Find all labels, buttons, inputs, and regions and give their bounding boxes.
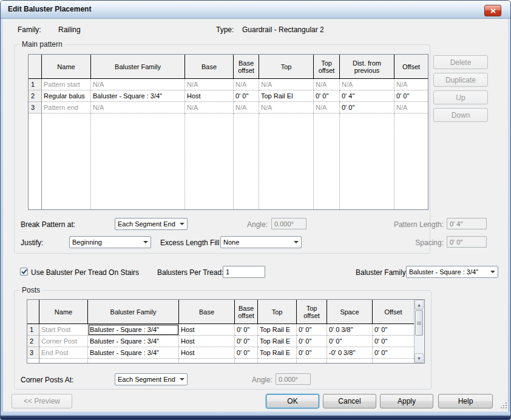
- table-cell[interactable]: Corner Post: [39, 336, 88, 347]
- balusters-per-tread-input[interactable]: [223, 266, 265, 278]
- table-cell[interactable]: 0' 0": [373, 336, 414, 347]
- apply-button[interactable]: Apply: [380, 394, 433, 408]
- scroll-up-button[interactable]: ▲: [415, 300, 424, 310]
- corner-angle-label: Angle:: [242, 376, 272, 384]
- empty-cell: [39, 359, 88, 363]
- table-cell[interactable]: Top Rail E: [258, 324, 297, 336]
- table-cell[interactable]: 0' 0": [394, 90, 428, 102]
- down-button: Down: [433, 108, 488, 122]
- table-cell[interactable]: N/A: [394, 102, 428, 113]
- table-cell[interactable]: 0' 0": [327, 336, 373, 347]
- table-cell[interactable]: Top Rail E: [258, 336, 297, 347]
- table-cell[interactable]: 0' 0": [297, 347, 327, 359]
- table-cell[interactable]: Top Rail El: [259, 90, 314, 102]
- table-cell[interactable]: Start Post: [39, 324, 88, 336]
- baluster-family-select[interactable]: Baluster - Square : 3/4": [406, 266, 498, 278]
- empty-cell: [314, 113, 340, 209]
- table-cell[interactable]: N/A: [234, 79, 259, 90]
- table-cell[interactable]: N/A: [91, 79, 185, 90]
- table-cell[interactable]: N/A: [314, 79, 340, 90]
- corner-posts-at-select[interactable]: Each Segment End: [115, 373, 188, 385]
- table-cell[interactable]: -0' 0 3/8": [327, 347, 373, 359]
- table-cell[interactable]: N/A: [185, 79, 234, 90]
- break-pattern-selected-value: Each Segment End: [118, 220, 177, 228]
- column-header: Top offset: [297, 300, 327, 324]
- table-cell[interactable]: N/A: [234, 102, 259, 113]
- scrollbar-thumb[interactable]: [415, 310, 423, 336]
- table-cell[interactable]: Host: [179, 336, 235, 347]
- cancel-button[interactable]: Cancel: [323, 394, 376, 408]
- posts-table-vertical-scrollbar[interactable]: ▲ ▼: [414, 300, 424, 363]
- main-pattern-table: NameBaluster FamilyBaseBase offsetTopTop…: [28, 54, 428, 210]
- table-cell[interactable]: N/A: [340, 79, 394, 90]
- table-cell[interactable]: 0' 0": [235, 324, 258, 336]
- table-cell[interactable]: Host: [179, 324, 235, 336]
- justify-select[interactable]: Beginning: [69, 236, 151, 248]
- table-cell[interactable]: 0' 4": [340, 90, 394, 102]
- row-number-cell[interactable]: 1: [27, 324, 39, 336]
- chevron-down-icon: [490, 271, 495, 273]
- table-cell[interactable]: 0' 0": [340, 102, 394, 113]
- table-cell[interactable]: N/A: [394, 79, 428, 90]
- row-number-cell[interactable]: 3: [27, 347, 39, 359]
- scroll-down-button[interactable]: ▼: [415, 353, 424, 363]
- scrollbar-track[interactable]: [415, 310, 424, 353]
- row-number-cell[interactable]: 2: [27, 336, 39, 347]
- help-button[interactable]: Help: [438, 394, 493, 408]
- resize-grip[interactable]: [501, 404, 507, 410]
- delete-button: Delete: [433, 55, 488, 69]
- justify-selected-value: Beginning: [72, 239, 141, 246]
- table-cell[interactable]: Baluster - Square : 3/4": [88, 336, 179, 347]
- table-cell[interactable]: N/A: [91, 102, 185, 113]
- table-cell[interactable]: 0' 0": [373, 347, 414, 359]
- row-number-cell[interactable]: 2: [29, 90, 42, 102]
- table-row: 3End PostBaluster - Square : 3/4"Host0' …: [27, 347, 414, 359]
- table-cell[interactable]: N/A: [259, 79, 314, 90]
- title-bar[interactable]: Edit Baluster Placement: [1, 1, 510, 19]
- table-cell[interactable]: Pattern start: [42, 79, 91, 90]
- baluster-family-selected-value: Baluster - Square : 3/4": [409, 268, 488, 276]
- table-cell[interactable]: 0' 0": [297, 336, 327, 347]
- table-cell[interactable]: Baluster - Square : 3/4": [88, 324, 179, 336]
- table-row: 2Corner PostBaluster - Square : 3/4"Host…: [27, 336, 414, 347]
- table-cell[interactable]: Baluster - Square : 3/4": [91, 90, 185, 102]
- table-cell[interactable]: Top Rail E: [258, 347, 297, 359]
- table-cell[interactable]: 0' 0": [297, 324, 327, 336]
- row-number-cell[interactable]: 1: [29, 79, 42, 90]
- table-cell[interactable]: N/A: [259, 102, 314, 113]
- posts-table: NameBaluster FamilyBaseBase offsetTopTop…: [27, 299, 425, 364]
- column-header: Base offset: [235, 300, 258, 324]
- close-icon: [490, 8, 496, 13]
- table-cell[interactable]: 0' 0": [234, 90, 259, 102]
- ok-button[interactable]: OK: [266, 394, 319, 408]
- table-cell[interactable]: N/A: [314, 102, 340, 113]
- chevron-down-icon: [143, 241, 148, 243]
- use-baluster-per-tread-checkbox[interactable]: [20, 268, 28, 276]
- table-row: 2Regular balusBaluster - Square : 3/4"Ho…: [29, 90, 428, 102]
- table-cell[interactable]: N/A: [185, 102, 234, 113]
- up-button: Up: [433, 90, 488, 104]
- table-cell[interactable]: 0' 0": [235, 336, 258, 347]
- empty-cell: [234, 113, 259, 209]
- table-cell[interactable]: 0' 0": [373, 324, 414, 336]
- table-cell[interactable]: 0' 0": [235, 347, 258, 359]
- row-number-cell[interactable]: 3: [29, 102, 42, 113]
- window-bottom-border: [1, 412, 510, 419]
- break-pattern-select[interactable]: Each Segment End: [115, 218, 188, 230]
- table-cell[interactable]: End Post: [39, 347, 88, 359]
- table-cell[interactable]: Host: [185, 90, 234, 102]
- table-cell[interactable]: 0' 0": [314, 90, 340, 102]
- close-button[interactable]: [484, 5, 501, 16]
- excess-length-fill-select[interactable]: None: [220, 236, 302, 248]
- table-row: 3Pattern endN/AN/AN/AN/AN/A0' 0"N/A: [29, 102, 428, 113]
- arrow-down-icon: ▼: [417, 356, 421, 361]
- table-cell[interactable]: 0' 0 3/8": [327, 324, 373, 336]
- table-cell[interactable]: Baluster - Square : 3/4": [88, 347, 179, 359]
- table-cell[interactable]: Pattern end: [42, 102, 91, 113]
- use-baluster-per-tread-label: Use Baluster Per Tread On Stairs: [31, 268, 139, 277]
- column-header: Top: [258, 300, 297, 324]
- chevron-down-icon: [294, 241, 299, 243]
- table-cell[interactable]: Regular balus: [42, 90, 91, 102]
- table-cell[interactable]: Host: [179, 347, 235, 359]
- corner-angle-input: [276, 373, 311, 385]
